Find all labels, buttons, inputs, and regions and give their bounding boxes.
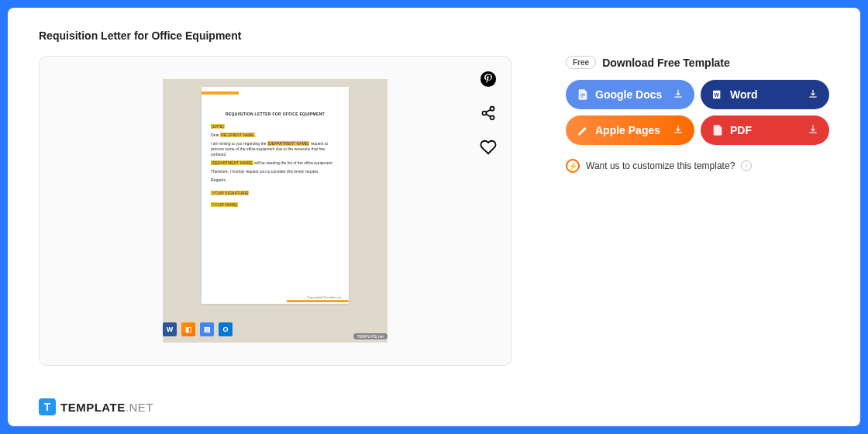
free-badge: Free xyxy=(566,56,596,69)
download-icon xyxy=(808,88,818,102)
svg-point-0 xyxy=(480,71,496,87)
download-icon xyxy=(808,124,818,137)
document-page: REQUISITION LETTER FOR OFFICE EQUIPMENT … xyxy=(202,87,349,304)
apple-pages-button[interactable]: Apple Pages xyxy=(566,115,694,145)
doc-date: [DATE] xyxy=(211,124,225,129)
svg-rect-7 xyxy=(580,95,584,96)
share-icon[interactable] xyxy=(480,105,497,122)
btn-label: Google Docs xyxy=(595,88,662,101)
btn-label: Word xyxy=(730,88,758,101)
word-icon: W xyxy=(711,88,724,101)
pinterest-icon[interactable] xyxy=(480,71,497,88)
pdf-icon xyxy=(711,124,724,136)
page-title: Requisition Letter for Office Equipment xyxy=(39,29,829,42)
format-icons: W ◧ ▤ O xyxy=(163,322,232,336)
svg-point-1 xyxy=(491,107,494,111)
gdocs-icon xyxy=(577,88,589,101)
btn-label: Apple Pages xyxy=(595,124,660,136)
info-icon[interactable]: i xyxy=(741,160,752,171)
gdocs-icon: ▤ xyxy=(200,322,214,336)
svg-point-2 xyxy=(483,112,487,115)
svg-rect-8 xyxy=(580,97,583,98)
word-button[interactable]: W Word xyxy=(701,80,829,109)
download-icon xyxy=(673,88,684,102)
word-icon: W xyxy=(163,322,177,336)
svg-rect-6 xyxy=(580,94,584,95)
svg-point-3 xyxy=(491,115,494,119)
template-badge: TEMPLATE.net xyxy=(353,333,388,339)
logo-icon: T xyxy=(39,398,56,415)
customize-link[interactable]: ⚡ Want us to customize this template? i xyxy=(566,159,829,173)
outlook-icon: O xyxy=(219,322,232,336)
download-icon xyxy=(673,124,684,137)
heart-icon[interactable] xyxy=(480,139,497,156)
download-title: Download Free Template xyxy=(602,57,730,69)
btn-label: PDF xyxy=(730,124,752,136)
pages-icon xyxy=(577,124,589,136)
svg-text:W: W xyxy=(715,92,720,98)
bolt-icon: ⚡ xyxy=(566,159,580,173)
pdf-button[interactable]: PDF xyxy=(701,115,829,145)
customize-label: Want us to customize this template? xyxy=(586,160,735,171)
site-logo[interactable]: T TEMPLATE.NET xyxy=(39,398,153,415)
google-docs-button[interactable]: Google Docs xyxy=(566,80,694,109)
pages-icon: ◧ xyxy=(181,322,195,336)
svg-line-5 xyxy=(486,114,491,116)
doc-heading: REQUISITION LETTER FOR OFFICE EQUIPMENT xyxy=(211,112,339,116)
template-preview: REQUISITION LETTER FOR OFFICE EQUIPMENT … xyxy=(39,56,512,366)
svg-line-4 xyxy=(486,109,491,112)
